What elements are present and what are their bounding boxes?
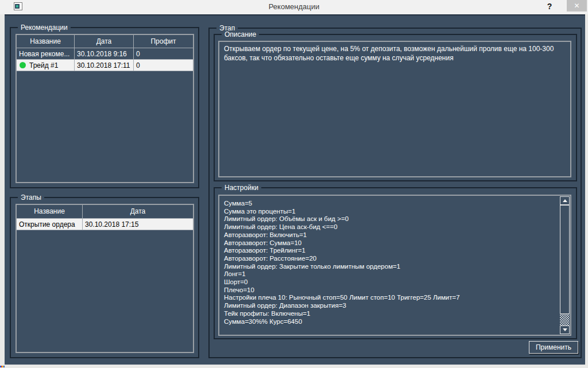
- settings-line: Настройки плеча 10: Рыночный стоп=50 Лим…: [224, 294, 555, 302]
- stage-group: Этап Описание Открываем ордер по текущей…: [208, 28, 582, 358]
- settings-line: Лонг=1: [224, 270, 555, 278]
- window-title: Рекомендации: [0, 0, 588, 14]
- settings-line: Авторазворот: Сумма=10: [224, 239, 555, 247]
- close-button[interactable]: ✕: [567, 0, 587, 11]
- settings-line: Шорт=0: [224, 278, 555, 286]
- settings-line: Лимитный ордер: Цена аск-бид <==0: [224, 223, 555, 231]
- column-header-name[interactable]: Название: [17, 205, 83, 218]
- column-header-date[interactable]: Дата: [75, 35, 134, 48]
- stages-table: Название Дата Открытие ордера 30.10.2018…: [16, 204, 194, 353]
- scroll-up-button[interactable]: [560, 196, 570, 205]
- recommendations-table: Название Дата Профит Новая рекоме... 30.…: [16, 34, 194, 183]
- scrollbar-thumb[interactable]: [560, 205, 570, 314]
- settings-line: Лимитный ордер: Закрытие только лимитным…: [224, 263, 555, 271]
- settings-group: Настройки Сумма=5 Сумма это проценты=1 Л…: [214, 187, 577, 339]
- row-date: 30.10.2018 9:16: [75, 50, 127, 58]
- client-area: Рекомендации Название Дата Профит Новая …: [5, 14, 585, 365]
- help-button[interactable]: ?: [544, 1, 555, 12]
- row-date: 30.10.2018 17:11: [75, 61, 130, 69]
- screen-edge-artifact: [0, 366, 5, 367]
- settings-line: Сумма=5: [224, 200, 555, 208]
- settings-line: Авторазворот: Включить=1: [224, 231, 555, 239]
- table-row[interactable]: Новая рекоме... 30.10.2018 9:16 0: [17, 48, 193, 60]
- settings-line: Лимитный ордер: Объёмы аск и бид >=0: [224, 215, 555, 223]
- row-date: 30.10.2018 17:15: [83, 220, 138, 228]
- settings-line: Авторазворот: Расстояние=20: [224, 255, 555, 263]
- settings-line: Сумма=30%% Курс=6450: [224, 318, 555, 326]
- status-green-dot-icon: [20, 62, 26, 68]
- description-group: Описание Открываем ордер по текущей цене…: [214, 34, 577, 181]
- arrow-up-icon: [563, 199, 567, 202]
- table-row-selected[interactable]: Открытие ордера 30.10.2018 17:15: [17, 219, 193, 230]
- description-textarea[interactable]: Открываем ордер по текущей цене, на 5% о…: [218, 41, 571, 177]
- row-profit: 0: [134, 50, 140, 58]
- description-text: Открываем ордер по текущей цене, на 5% о…: [219, 42, 570, 65]
- description-group-title: Описание: [222, 30, 259, 39]
- row-name: Трейд #1: [29, 61, 58, 69]
- arrow-down-icon: [563, 328, 567, 331]
- settings-line: Авторазворот: Трейлинг=1: [224, 247, 555, 255]
- settings-line: Плечо=10: [224, 286, 555, 295]
- titlebar: Рекомендации ? ✕: [0, 0, 588, 14]
- recommendations-group: Рекомендации Название Дата Профит Новая …: [10, 27, 199, 188]
- scroll-down-button[interactable]: [560, 326, 570, 334]
- settings-listbox[interactable]: Сумма=5 Сумма это проценты=1 Лимитный ор…: [218, 195, 571, 336]
- row-profit: 0: [134, 61, 140, 69]
- table-row-selected[interactable]: Трейд #1 30.10.2018 17:11 0: [17, 60, 193, 71]
- stages-group-title: Этапы: [18, 193, 44, 202]
- apply-button[interactable]: Применить: [529, 341, 578, 354]
- column-header-date[interactable]: Дата: [83, 205, 193, 218]
- column-header-profit[interactable]: Профит: [134, 35, 193, 48]
- recommendations-group-title: Рекомендации: [18, 24, 71, 32]
- settings-line: Тейк профиты: Включены=1: [224, 310, 555, 318]
- row-name: Открытие ордера: [17, 220, 75, 228]
- settings-line: Лимитный ордер: Диапазон закрытия=3: [224, 302, 555, 310]
- settings-line: Сумма это проценты=1: [224, 208, 555, 216]
- column-header-name[interactable]: Название: [17, 35, 75, 48]
- row-name: Новая рекоме...: [17, 50, 69, 58]
- vertical-scrollbar[interactable]: [560, 196, 570, 334]
- stages-group: Этапы Название Дата Открытие ордера 30.1…: [10, 197, 199, 358]
- settings-group-title: Настройки: [222, 184, 261, 192]
- recommendations-table-header: Название Дата Профит: [17, 35, 193, 48]
- stages-table-header: Название Дата: [17, 205, 193, 219]
